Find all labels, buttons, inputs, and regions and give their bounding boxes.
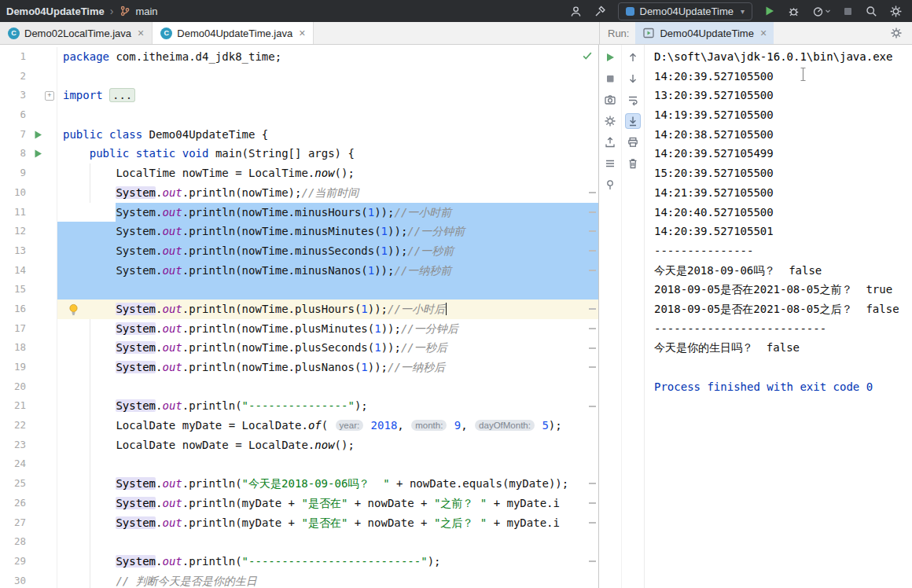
code-line[interactable]: 24	[0, 454, 598, 474]
code-line[interactable]: 21 System.out.println("---------------")…	[0, 396, 598, 416]
gutter[interactable]: 17	[0, 319, 57, 339]
console-line	[654, 358, 912, 377]
code-line[interactable]: 8 public static void main(String[] args)…	[0, 144, 598, 164]
console-line: 14:20:38.527105500	[654, 125, 912, 145]
run-config-select[interactable]: Demo04UpdateTime ▾	[618, 2, 753, 20]
line-number: 26	[0, 494, 26, 513]
export-button[interactable]	[603, 135, 617, 149]
code-line[interactable]: 10 System.out.println(nowTime);//当前时间	[0, 183, 598, 203]
code-line[interactable]: 14 System.out.println(nowTime.minusNanos…	[0, 261, 598, 281]
stop-button[interactable]	[603, 72, 617, 86]
gutter[interactable]: 26	[0, 494, 57, 513]
line-number: 30	[0, 571, 26, 588]
code-line[interactable]: 29 System.out.println("-----------------…	[0, 552, 598, 571]
gutter[interactable]: 19	[0, 358, 57, 377]
code-line[interactable]: 7public class Demo04UpdateTime {	[0, 125, 598, 145]
code-line[interactable]: 18 System.out.println(nowTime.plusSecond…	[0, 338, 598, 358]
gutter[interactable]: 25	[0, 474, 57, 494]
pin-button[interactable]	[603, 178, 617, 192]
code-line[interactable]: 15	[0, 280, 598, 300]
code-line[interactable]: 30 // 判断今天是否是你的生日	[0, 571, 598, 588]
run-settings-button[interactable]	[890, 27, 903, 39]
tab-label: Demo04UpdateTime.java	[177, 28, 292, 39]
code-line[interactable]: 9 LocalTime nowTime = LocalTime.now();	[0, 164, 598, 183]
code-line[interactable]: 3+import ...	[0, 86, 598, 105]
code-line[interactable]: 26 System.out.println(myDate + "是否在" + n…	[0, 494, 598, 513]
gutter[interactable]: 29	[0, 552, 57, 571]
code-editor[interactable]: 1package com.itheima.d4_jdk8_time;2 3+im…	[0, 45, 599, 588]
project-name[interactable]: Demo04UpdateTime	[6, 6, 105, 17]
run-tab[interactable]: Demo04UpdateTime ×	[635, 22, 774, 44]
console-toolbar	[622, 45, 645, 588]
code-line[interactable]: 6	[0, 105, 598, 125]
fold-expand-icon[interactable]: +	[45, 91, 54, 101]
gutter[interactable]: 1	[0, 47, 57, 67]
code-line[interactable]: 17 System.out.println(nowTime.plusMinute…	[0, 319, 598, 339]
scroll-to-end-button[interactable]	[626, 114, 640, 128]
close-icon[interactable]: ×	[138, 28, 144, 39]
gutter[interactable]: 15	[0, 280, 57, 300]
code-line[interactable]: 22 LocalDate myDate = LocalDate.of( year…	[0, 416, 598, 435]
run-method-icon[interactable]	[26, 144, 57, 164]
git-branch-widget[interactable]: main	[119, 5, 157, 17]
code-line[interactable]: 1package com.itheima.d4_jdk8_time;	[0, 47, 598, 67]
gutter[interactable]: 28	[0, 532, 57, 552]
code-line[interactable]: 12 System.out.println(nowTime.minusMinut…	[0, 222, 598, 241]
code-line[interactable]: 27 System.out.println(myDate + "是否在" + n…	[0, 513, 598, 533]
user-avatar-button[interactable]	[569, 5, 583, 18]
gutter[interactable]: 10	[0, 183, 57, 203]
settings-button[interactable]	[889, 5, 903, 18]
stop-button[interactable]	[842, 6, 854, 17]
profiler-button[interactable]	[811, 5, 831, 18]
gutter[interactable]: 12	[0, 222, 57, 241]
gutter[interactable]: 24	[0, 454, 57, 474]
options-menu-button[interactable]	[603, 156, 617, 171]
debug-button[interactable]	[787, 5, 800, 18]
gutter[interactable]: 22	[0, 416, 57, 435]
settings-button[interactable]	[603, 114, 617, 128]
clear-all-button[interactable]	[626, 156, 640, 171]
code-line[interactable]: 11 System.out.println(nowTime.minusHours…	[0, 203, 598, 222]
line-number: 8	[0, 144, 26, 164]
gutter[interactable]: 21	[0, 396, 57, 416]
editor-tab[interactable]: CDemo04UpdateTime.java×	[153, 22, 314, 44]
gutter[interactable]: 8	[0, 144, 57, 164]
dump-threads-button[interactable]	[603, 93, 617, 107]
gutter[interactable]: 23	[0, 435, 57, 455]
rerun-button[interactable]	[603, 50, 617, 64]
build-button[interactable]	[594, 5, 607, 18]
gutter[interactable]: 30	[0, 571, 57, 588]
editor-tab[interactable]: CDemo02LocalTime.java×	[0, 22, 153, 44]
gutter[interactable]: 16	[0, 300, 57, 319]
print-button[interactable]	[626, 135, 640, 149]
close-icon[interactable]: ×	[760, 28, 767, 39]
gutter[interactable]: 11	[0, 203, 57, 222]
code-line[interactable]: 19 System.out.println(nowTime.plusNanos(…	[0, 358, 598, 377]
code-line[interactable]: 13 System.out.println(nowTime.minusSecon…	[0, 241, 598, 261]
search-everywhere-button[interactable]	[865, 5, 878, 18]
gutter[interactable]: 3+	[0, 86, 57, 105]
gutter[interactable]: 7	[0, 125, 57, 145]
gutter[interactable]: 9	[0, 164, 57, 183]
code-line[interactable]: 25 System.out.println("今天是2018-09-06吗？ "…	[0, 474, 598, 494]
gutter[interactable]: 6	[0, 105, 57, 125]
gutter[interactable]: 18	[0, 338, 57, 358]
code-line[interactable]: 16 System.out.println(nowTime.plusHours(…	[0, 300, 598, 319]
code-line[interactable]: 28	[0, 532, 598, 552]
run-button[interactable]	[763, 5, 776, 17]
prev-occurrence-button[interactable]	[626, 50, 640, 64]
run-method-icon[interactable]	[26, 125, 57, 145]
close-icon[interactable]: ×	[299, 28, 305, 39]
intention-bulb-icon[interactable]	[68, 303, 79, 315]
gutter[interactable]: 13	[0, 241, 57, 261]
gutter[interactable]: 27	[0, 513, 57, 533]
gutter[interactable]: 20	[0, 377, 57, 397]
console-output[interactable]: D:\soft\Java\jdk-16.0.1\bin\java.exe14:2…	[645, 45, 912, 588]
code-line[interactable]: 2	[0, 67, 598, 86]
soft-wrap-button[interactable]	[626, 93, 640, 107]
gutter[interactable]: 14	[0, 261, 57, 281]
code-line[interactable]: 20	[0, 377, 598, 397]
next-occurrence-button[interactable]	[626, 72, 640, 86]
gutter[interactable]: 2	[0, 67, 57, 86]
code-line[interactable]: 23 LocalDate nowDate = LocalDate.now();	[0, 435, 598, 455]
